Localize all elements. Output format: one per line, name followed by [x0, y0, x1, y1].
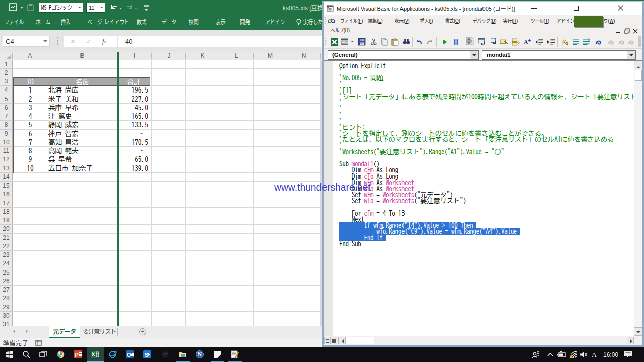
svg-text:S: S [145, 352, 148, 358]
svg-text:A: A [524, 39, 528, 46]
svg-text:P: P [75, 352, 79, 358]
svg-text:N: N [198, 351, 202, 358]
svg-text:O: O [127, 352, 131, 358]
